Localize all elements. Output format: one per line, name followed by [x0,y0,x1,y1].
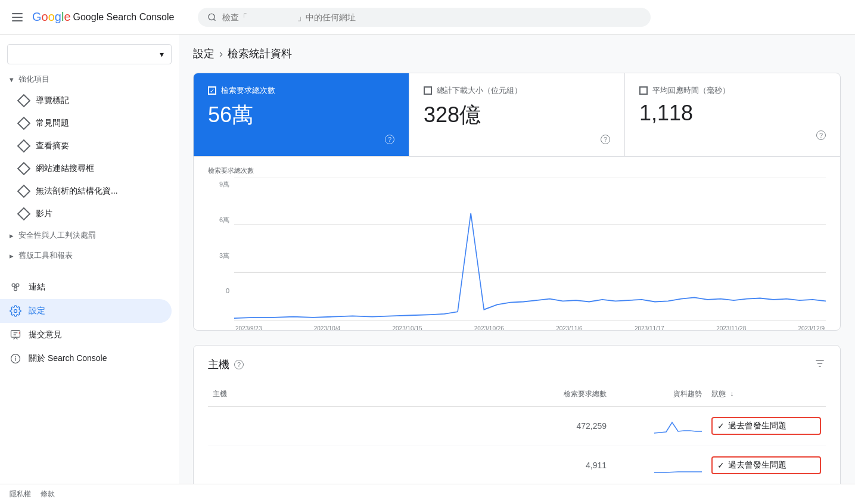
sidebar: ▾ ▾ 強化項目 導覽標記 常見問題 查看摘要 網站連結搜尋框 無法剖析的結構化… [0,35,179,484]
arrow-down-icon: ▾ [10,75,14,84]
cell-host [208,424,516,428]
cell-requests: 472,259 [516,419,611,433]
url-search-bar[interactable] [198,8,651,27]
svg-line-1 [214,18,216,20]
help-icon[interactable]: ? [385,135,394,144]
url-search-input[interactable] [222,13,641,22]
check-circle-icon: ✓ [717,461,725,470]
chart-y-axis: 9萬 6萬 3萬 0 [208,178,229,297]
cell-status: ✓ 過去曾發生問題 [707,454,826,477]
sidebar-item-breadcrumb[interactable]: 導覽標記 [0,89,172,112]
arrow-right-icon: ▸ [10,231,14,240]
sidebar-item-summary[interactable]: 查看摘要 [0,135,172,157]
sidebar-item-links[interactable]: 連結 [0,275,172,299]
app-title: Google Search Console [73,12,175,23]
svg-point-8 [14,310,17,313]
status-badge-past-issue: ✓ 過去曾發生問題 [711,456,821,474]
arrow-right-icon: ▸ [10,251,14,260]
gear-icon [10,305,21,317]
table-row: 472,259 ✓ 過去曾發生問題 [208,407,826,446]
check-circle-icon: ✓ [717,421,725,431]
sidebar-item-structured[interactable]: 無法剖析的結構化資... [0,180,172,203]
sidebar-item-about[interactable]: 關於 Search Console [0,347,172,371]
stat-card-label: 檢索要求總次數 [221,85,275,96]
privacy-link[interactable]: 隱私權 [10,489,31,499]
terms-link[interactable]: 條款 [41,489,55,499]
diamond-icon [17,185,31,198]
stat-card-total-download[interactable]: 總計下載大小（位元組） 328億 ? [409,73,625,156]
sort-icon[interactable]: ↓ [730,390,733,398]
svg-point-4 [14,288,17,291]
sidebar-section-security[interactable]: ▸ 安全性與人工判決處罰 [0,225,179,245]
sidebar-item-label: 提交意見 [29,329,62,340]
cell-trend [611,453,707,478]
diamond-icon [17,117,31,130]
host-table-header: 主機 ? [208,357,826,372]
col-status: 狀態 ↓ [707,387,826,402]
help-icon[interactable]: ? [816,130,826,140]
host-table-title-text: 主機 [208,357,229,372]
sidebar-item-site-links[interactable]: 網站連結搜尋框 [0,157,172,180]
diamond-icon [17,207,31,221]
cell-host [208,463,516,468]
table-row: 4,911 ✓ 過去曾發生問題 [208,446,826,484]
hamburger-menu-button[interactable] [10,11,25,24]
svg-point-2 [12,284,15,287]
property-dropdown[interactable]: ▾ [7,44,172,64]
col-trend: 資料趨勢 [611,387,707,402]
sidebar-item-label: 網站連結搜尋框 [36,163,94,174]
main-layout: ▾ ▾ 強化項目 導覽標記 常見問題 查看摘要 網站連結搜尋框 無法剖析的結構化… [0,35,855,484]
svg-point-3 [16,284,19,287]
help-icon[interactable]: ? [601,135,610,144]
links-icon [10,281,21,293]
sidebar-item-feedback[interactable]: 提交意見 [0,323,172,347]
y-max: 9萬 [219,180,229,189]
y-mid1: 6萬 [219,216,229,225]
filter-icon[interactable] [814,357,826,372]
section-label: 舊版工具和報表 [18,250,73,261]
stat-value: 56萬 [208,101,394,130]
host-table-container: 主機 ? 主機 檢索要求總數 資料趨勢 狀態 ↓ [193,345,841,484]
svg-rect-9 [11,331,20,338]
cell-status: ✓ 過去曾發生問題 [707,415,826,437]
breadcrumb-current: 檢索統計資料 [228,46,292,61]
x-label: 2023/10/15 [393,325,422,331]
chart-area: 檢索要求總次數 9萬 6萬 3萬 0 [194,157,840,330]
x-label: 2023/11/28 [716,325,746,331]
svg-point-0 [209,14,214,20]
sidebar-item-label: 無法剖析的結構化資... [36,186,118,197]
checkbox-unchecked-icon [639,86,648,95]
status-text: 過去曾發生問題 [728,460,786,471]
info-icon [10,353,21,365]
diamond-icon [17,139,31,153]
x-label: 2023/11/17 [635,325,664,331]
help-icon[interactable]: ? [234,360,244,369]
sidebar-section-enhancements[interactable]: ▾ 強化項目 [0,69,179,89]
sidebar-item-video[interactable]: 影片 [0,203,172,225]
x-label: 2023/10/4 [314,325,341,331]
sidebar-item-label: 影片 [36,209,52,219]
sidebar-item-label: 設定 [29,306,45,316]
sidebar-item-faq[interactable]: 常見問題 [0,112,172,135]
footer: 隱私權 條款 [0,484,855,504]
app-logo: Google Google Search Console [32,10,174,24]
stat-card-avg-response[interactable]: 平均回應時間（毫秒） 1,118 ? [625,73,840,156]
sidebar-item-label: 常見問題 [36,118,69,129]
x-label: 2023/10/26 [474,325,504,331]
table-header-row: 主機 檢索要求總數 資料趨勢 狀態 ↓ [208,382,826,407]
header-left: Google Google Search Console [10,10,188,24]
sidebar-item-label: 關於 Search Console [29,353,107,364]
main-content: 設定 › 檢索統計資料 檢索要求總次數 56萬 ? [179,35,855,484]
chart-y-label: 檢索要求總次數 [208,166,826,175]
sidebar-item-settings[interactable]: 設定 [0,299,172,323]
breadcrumb-parent: 設定 [193,46,214,61]
checkbox-checked-icon [208,86,216,95]
feedback-icon [10,329,21,341]
stat-value: 1,118 [639,101,826,126]
stats-container: 檢索要求總次數 56萬 ? 總計下載大小（位元組） 328億 ? [193,73,841,331]
stat-card-total-requests[interactable]: 檢索要求總次數 56萬 ? [194,73,409,156]
sidebar-section-legacy[interactable]: ▸ 舊版工具和報表 [0,245,179,266]
app-header: Google Google Search Console [0,0,855,35]
status-badge-past-issue: ✓ 過去曾發生問題 [711,417,821,435]
search-icon [207,13,216,22]
